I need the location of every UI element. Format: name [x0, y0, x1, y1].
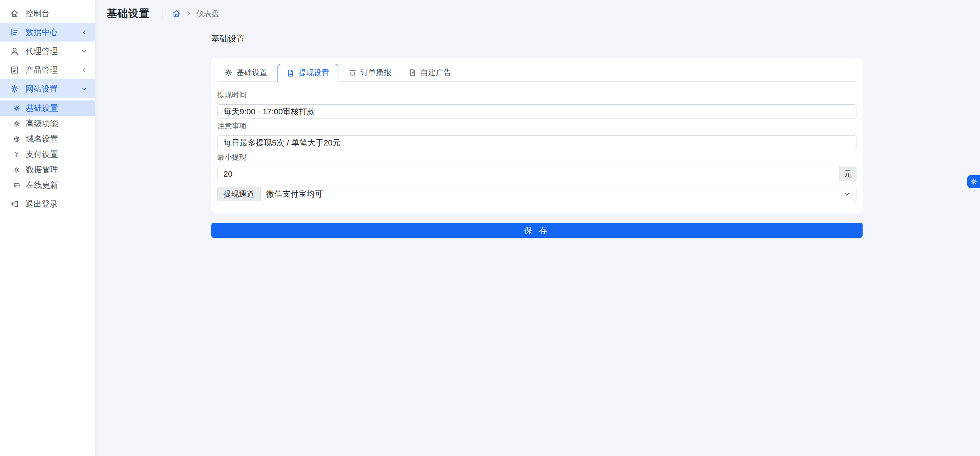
submenu-item-label: 数据管理	[26, 164, 58, 175]
min-withdraw-label: 最小提现	[217, 152, 856, 162]
gear-icon	[10, 84, 19, 94]
section-title: 基础设置	[211, 29, 863, 51]
chevron-down-icon	[843, 190, 851, 198]
section-divider	[211, 51, 863, 51]
min-withdraw-group: 元	[217, 167, 856, 181]
sidebar-item-label: 数据中心	[25, 27, 80, 38]
save-button[interactable]: 保 存	[211, 223, 863, 238]
withdraw-time-label: 提现时间	[217, 90, 856, 100]
withdraw-channel-select[interactable]: 微信支付宝均可	[260, 187, 856, 201]
tab-basic-settings[interactable]: 基础设置	[217, 64, 274, 81]
home-icon	[10, 9, 19, 18]
submenu-item-advanced-features[interactable]: 高级功能	[0, 116, 95, 131]
bar-chart-icon	[10, 28, 19, 37]
sidebar: 控制台 数据中心 代理管理 产品管理 网站设置 基础设置	[0, 0, 95, 456]
site-settings-submenu: 基础设置 高级功能 域名设置 支付设置 数据管理 在线更新	[0, 100, 95, 193]
submenu-item-label: 域名设置	[26, 134, 58, 144]
submenu-item-payment-settings[interactable]: 支付设置	[0, 147, 95, 162]
sidebar-menu: 控制台 数据中心 代理管理 产品管理 网站设置 基础设置	[0, 0, 95, 193]
chevron-left-icon	[80, 66, 88, 74]
submenu-item-basic-settings[interactable]: 基础设置	[0, 100, 95, 116]
chevron-left-icon	[80, 28, 88, 36]
sidebar-item-console[interactable]: 控制台	[0, 4, 95, 23]
gear-icon	[13, 105, 20, 112]
withdraw-time-input[interactable]	[217, 104, 856, 119]
sidebar-item-label: 控制台	[25, 8, 88, 19]
user-icon	[10, 47, 19, 56]
gear-icon	[224, 68, 233, 77]
file-icon	[286, 69, 295, 77]
globe-icon	[13, 135, 20, 143]
submenu-item-data-management[interactable]: 数据管理	[0, 162, 95, 177]
sidebar-item-label: 产品管理	[25, 65, 80, 75]
top-bar: 基础设置 仪表盘	[96, 0, 980, 27]
withdraw-settings-form: 提现时间 注意事项 最小提现 元 提现通道 微信	[217, 82, 856, 201]
tab-label: 订单播报	[361, 67, 391, 78]
yen-icon	[13, 151, 20, 158]
withdraw-channel-label: 提现通道	[217, 187, 260, 201]
notice-input[interactable]	[217, 135, 856, 150]
logout-icon	[10, 199, 19, 209]
product-list-icon	[10, 65, 19, 75]
breadcrumb: 仪表盘	[172, 8, 219, 19]
settings-card: 基础设置 提现设置 订单播报 自建广告 提现时间	[211, 58, 863, 214]
gear-icon	[13, 120, 20, 127]
main-area: 基础设置 仪表盘 基础设置 基础设置 提现设置 订单播报	[96, 0, 980, 456]
sidebar-item-site-settings[interactable]: 网站设置	[0, 79, 95, 98]
tab-order-broadcast[interactable]: 订单播报	[341, 64, 398, 81]
logout-button[interactable]: 退出登录	[0, 193, 95, 215]
min-withdraw-input[interactable]	[217, 167, 840, 181]
file-icon	[408, 68, 417, 77]
submenu-item-domain-settings[interactable]: 域名设置	[0, 131, 95, 147]
logout-label: 退出登录	[25, 199, 58, 209]
chevron-down-icon	[80, 47, 88, 55]
page-title: 基础设置	[107, 7, 150, 20]
withdraw-channel-group: 提现通道 微信支付宝均可	[217, 187, 856, 201]
tab-label: 自建广告	[421, 67, 452, 78]
submenu-item-label: 在线更新	[26, 180, 58, 190]
submenu-item-label: 基础设置	[26, 103, 58, 114]
sidebar-item-product-management[interactable]: 产品管理	[0, 60, 95, 79]
sidebar-item-label: 网站设置	[25, 84, 80, 94]
chevron-right-icon	[185, 10, 192, 17]
chevron-down-icon	[80, 85, 88, 93]
drive-icon	[13, 182, 20, 189]
sidebar-item-agent-management[interactable]: 代理管理	[0, 42, 95, 60]
sidebar-item-label: 代理管理	[25, 46, 80, 57]
gear-icon	[13, 166, 20, 174]
tab-withdraw-settings[interactable]: 提现设置	[278, 64, 338, 82]
submenu-item-label: 高级功能	[26, 118, 58, 129]
tab-label: 基础设置	[237, 67, 268, 78]
tab-bar: 基础设置 提现设置 订单播报 自建广告	[217, 64, 856, 82]
submenu-item-label: 支付设置	[26, 149, 58, 160]
header-divider	[162, 8, 162, 19]
notice-label: 注意事项	[217, 121, 856, 131]
home-icon[interactable]	[172, 9, 181, 18]
tab-custom-ads[interactable]: 自建广告	[401, 64, 458, 81]
tab-label: 提现设置	[299, 68, 329, 78]
broadcast-icon	[348, 68, 357, 77]
submenu-item-online-update[interactable]: 在线更新	[0, 177, 95, 193]
breadcrumb-current: 仪表盘	[196, 8, 219, 19]
withdraw-channel-value: 微信支付宝均可	[266, 189, 323, 199]
gear-icon	[970, 178, 978, 185]
min-withdraw-unit: 元	[840, 167, 856, 181]
content-wrapper: 基础设置 基础设置 提现设置 订单播报 自建广告	[211, 27, 863, 238]
floating-settings-button[interactable]	[967, 175, 980, 188]
sidebar-item-data-center[interactable]: 数据中心	[0, 23, 95, 42]
